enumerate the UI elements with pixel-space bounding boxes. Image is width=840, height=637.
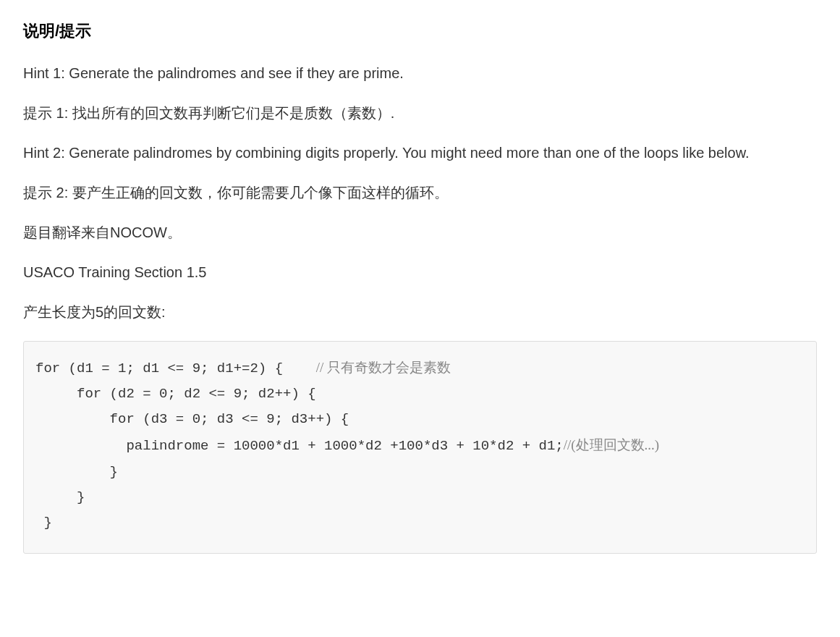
code-line-7: } <box>35 515 52 531</box>
code-line-6: } <box>35 489 85 505</box>
code-line-3: for (d3 = 0; d3 <= 9; d3++) { <box>35 411 349 427</box>
code-comment-1: // 只有奇数才会是素数 <box>316 360 451 375</box>
code-intro: 产生长度为5的回文数: <box>23 301 817 324</box>
code-line-5: } <box>35 464 118 480</box>
code-content: for (d1 = 1; d1 <= 9; d1+=2) { // 只有奇数才会… <box>35 355 805 536</box>
translation-credit: 题目翻译来自NOCOW。 <box>23 222 817 244</box>
hint-2-zh: 提示 2: 要产生正确的回文数，你可能需要几个像下面这样的循环。 <box>23 182 817 204</box>
section-heading: 说明/提示 <box>23 20 817 42</box>
code-line-1a: for (d1 = 1; d1 <= 9; d1+=2) { <box>35 360 316 376</box>
code-block: for (d1 = 1; d1 <= 9; d1+=2) { // 只有奇数才会… <box>23 341 817 554</box>
code-line-2: for (d2 = 0; d2 <= 9; d2++) { <box>35 386 316 402</box>
hint-1-zh: 提示 1: 找出所有的回文数再判断它们是不是质数（素数）. <box>23 102 817 125</box>
source-reference: USACO Training Section 1.5 <box>23 261 817 284</box>
hint-2-en: Hint 2: Generate palindromes by combinin… <box>23 142 817 164</box>
code-comment-2: //(处理回文数...) <box>564 437 659 452</box>
code-line-4a: palindrome = 10000*d1 + 1000*d2 +100*d3 … <box>35 438 564 454</box>
hint-1-en: Hint 1: Generate the palindromes and see… <box>23 62 817 85</box>
